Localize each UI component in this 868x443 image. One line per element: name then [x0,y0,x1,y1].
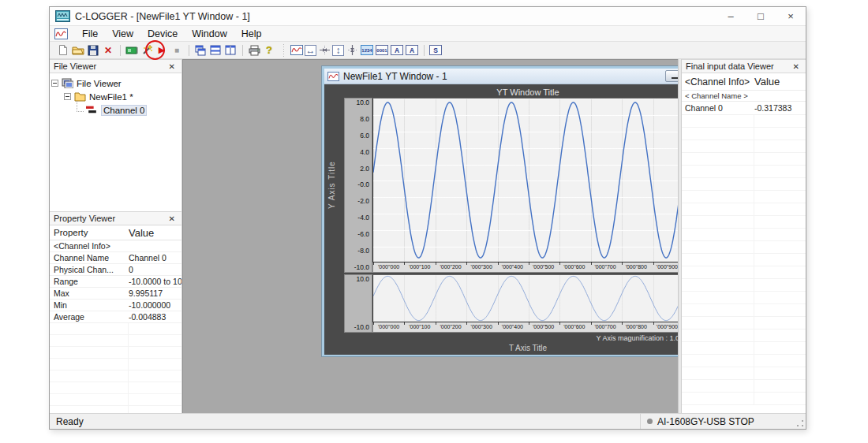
new-file-button[interactable] [56,43,70,58]
row-label: Average [50,312,129,322]
channel-info-column-header: <Channel Info> [682,76,754,87]
setting-s-button[interactable]: S [428,43,443,58]
property-table-header: Property Value [50,225,181,240]
child-window-titlebar[interactable]: NewFile1 YT Window - 1 ✕ [324,69,738,84]
empty-row [682,317,806,329]
tile-vertical-button[interactable] [223,43,238,58]
open-folder-icon [72,45,84,55]
main-plot-area[interactable] [372,98,683,262]
delete-button[interactable]: ✕ [101,43,115,58]
mdi-client-area: NewFile1 YT Window - 1 ✕ YT Window Title… [182,59,678,413]
file-viewer-close-icon[interactable]: ✕ [166,62,178,71]
digital-display-button[interactable]: 1234 [360,43,374,58]
stop-button[interactable]: ■ [170,43,184,58]
empty-row [682,380,806,393]
property-row[interactable]: Min-10.000000 [50,300,181,311]
property-viewer-titlebar: Property Viewer ✕ [50,211,181,225]
property-row[interactable]: Range-10.0000 to 10.0... [50,276,181,288]
overview-plot-area[interactable] [372,274,683,322]
final-input-close-icon[interactable]: ✕ [791,62,802,71]
property-viewer-close-icon[interactable]: ✕ [166,214,178,223]
empty-row [50,359,181,370]
save-file-button[interactable] [86,43,100,58]
tick-label: '000"300 [466,262,497,272]
help-button[interactable]: ? [262,43,276,58]
compress-y-axis-button[interactable] [345,43,359,58]
property-row[interactable]: Max9.995117 [50,288,181,300]
start-button[interactable]: ▶ [155,43,169,58]
cascade-windows-icon [195,45,206,56]
empty-row [682,115,806,128]
tree-item-newfile[interactable]: NewFile1 * [51,90,180,103]
menu-window[interactable]: Window [185,28,234,39]
maximize-button[interactable]: □ [746,7,776,25]
empty-row [682,128,806,140]
tick-label: -10.0 [354,264,369,271]
empty-row [682,367,806,380]
close-button[interactable]: × [776,7,806,25]
device-status-cell: AI-1608GY-USB STOP [640,414,795,429]
expand-t-axis-button[interactable]: ↔ [305,45,316,56]
tree-label-newfile: NewFile1 * [89,92,133,102]
y-axis-title: Y Axis Title [327,108,336,262]
final-input-title: Final input data Viewer [686,61,774,71]
tile-horizontal-button[interactable] [208,43,223,58]
final-data-row[interactable]: Channel 0-0.317383 [682,102,806,115]
tree-item-channel[interactable]: Channel 0 [51,103,180,117]
property-row[interactable]: Channel NameChannel 0 [50,252,181,264]
counter-display-button[interactable]: 0001 [375,43,389,58]
compress-horizontal-icon [319,45,331,55]
tree-item-file-viewer[interactable]: File Viewer [51,76,180,90]
resize-grip[interactable] [795,419,805,428]
property-viewer-title: Property Viewer [54,214,115,223]
property-row[interactable]: <Channel Info> [50,240,181,252]
main-t-axis: '000"000'000"100'000"200'000"300'000"400… [372,262,683,273]
row-label: <Channel Info> [50,241,129,251]
magic-wand-icon [141,44,153,56]
tick-label: -2.0 [357,198,369,205]
cascade-windows-button[interactable] [193,43,208,58]
collapse-icon[interactable] [64,93,71,100]
empty-row [682,254,806,266]
print-button[interactable] [247,43,261,58]
empty-row [682,191,806,203]
empty-row [682,229,806,241]
empty-row [682,178,806,191]
property-viewer-panel: Property Viewer ✕ Property Value <Channe… [50,211,181,413]
tree-connector [77,101,84,112]
row-value: Channel 0 [129,253,181,262]
expand-y-axis-button[interactable]: ↕ [332,45,344,56]
overview-y-axis: 10.0-10.0 [344,274,372,333]
analysis-a-button[interactable]: A [390,43,404,58]
yt-window-button[interactable] [290,43,304,58]
device-button[interactable] [125,43,139,58]
channel-icon [86,105,98,115]
wizard-button[interactable] [140,43,154,58]
compress-vertical-icon [347,44,357,56]
menu-view[interactable]: View [105,28,140,39]
menu-help[interactable]: Help [234,28,269,39]
compress-t-axis-button[interactable] [317,43,331,58]
menu-bar: File View Device Window Help [50,26,806,42]
tick-label: '000"500 [528,322,559,332]
menu-file[interactable]: File [75,28,105,39]
tick-label: -0.0 [357,181,369,188]
collapse-icon[interactable] [51,80,58,87]
menu-device[interactable]: Device [140,28,185,39]
open-file-button[interactable] [71,43,85,58]
minimize-button[interactable]: – [716,7,746,25]
document-waveform-icon [54,28,68,39]
empty-row [682,216,806,229]
empty-row [50,370,181,382]
tick-label: '000"800 [621,262,652,272]
property-row[interactable]: Physical Chan...0 [50,264,181,276]
property-row[interactable]: Average-0.004883 [50,311,181,323]
yt-waveform-icon [290,45,303,55]
value-column-header: Value [129,227,154,239]
empty-row [682,342,806,355]
final-input-panel: Final input data Viewer ✕ <Channel Info>… [681,59,806,413]
tick-label: '000"400 [497,262,528,272]
analysis-a2-button[interactable]: A [405,43,419,58]
child-window-title: NewFile1 YT Window - 1 [343,71,447,82]
overview-waveform [373,275,683,322]
